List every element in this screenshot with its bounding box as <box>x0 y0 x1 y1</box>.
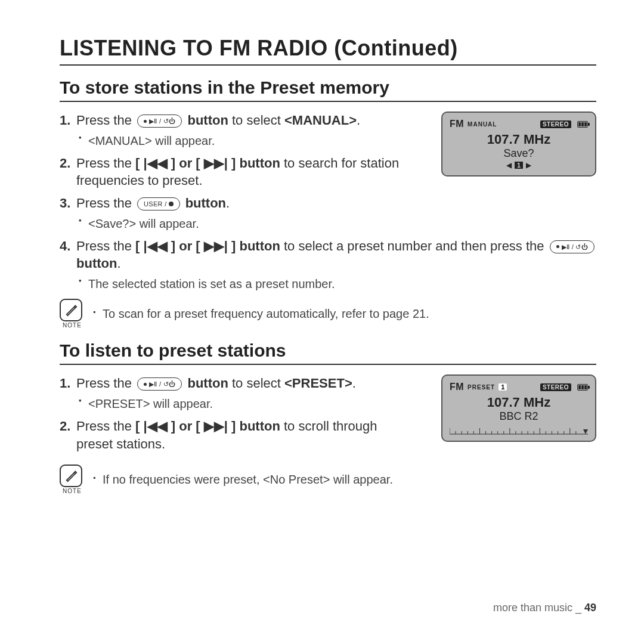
section2-note: If no frequencies were preset, <No Prese… <box>93 473 393 487</box>
page-footer: more than music _ 49 <box>493 602 596 614</box>
step-1: Press the ▶Ⅱ / ↺⏻ button to select <MANU… <box>60 112 416 148</box>
lcd-fm-label: FM <box>450 119 464 129</box>
step2-2: Press the [ |◀◀ ] or [ ▶▶| ] button to s… <box>60 417 416 453</box>
lcd-mode-label: MANUAL <box>467 121 497 128</box>
svg-marker-23 <box>583 429 588 434</box>
lcd-fm-label: FM <box>450 382 464 392</box>
lcd-frequency: 107.7 MHz <box>450 132 588 147</box>
note-icon: NOTE <box>60 465 85 494</box>
lcd-display-manual: FM MANUAL STEREO 107.7 MHz Save? ◀ 1 ▶ <box>441 112 596 177</box>
step-3: Press the USER / button. <Save?> will ap… <box>60 194 416 231</box>
section2-steps: Press the ▶Ⅱ / ↺⏻ button to select <PRES… <box>60 374 416 453</box>
play-pause-power-button-icon: ▶Ⅱ / ↺⏻ <box>550 240 595 253</box>
battery-icon <box>577 384 588 391</box>
play-pause-power-button-icon: ▶Ⅱ / ↺⏻ <box>137 114 182 128</box>
section1-steps: Press the ▶Ⅱ / ↺⏻ button to select <MANU… <box>60 112 416 231</box>
section1-heading: To store stations in the Preset memory <box>60 78 596 102</box>
battery-icon <box>577 121 588 128</box>
section1-note: To scan for a preset frequency automatic… <box>93 307 429 321</box>
step-2: Press the [ |◀◀ ] or [ ▶▶| ] button to s… <box>60 154 416 190</box>
section2-heading: To listen to preset stations <box>60 340 596 365</box>
lcd-display-preset: FM PRESET 1 STEREO 107.7 MHz BBC R2 <box>441 374 596 442</box>
lcd-selector: ◀ 1 ▶ <box>450 161 588 169</box>
step-4-sub: The selected station is set as a preset … <box>79 276 596 292</box>
step2-1-sub: <PRESET> will appear. <box>79 396 416 411</box>
stereo-badge: STEREO <box>540 120 571 128</box>
preset-number-badge: 1 <box>499 383 507 391</box>
step-1-sub: <MANUAL> will appear. <box>79 133 416 148</box>
page-title: LISTENING TO FM RADIO (Continued) <box>60 36 596 66</box>
step-4: Press the [ |◀◀ ] or [ ▶▶| ] button to s… <box>60 237 596 292</box>
stereo-badge: STEREO <box>540 383 571 391</box>
lcd-tuning-ruler <box>450 426 588 435</box>
lcd-station-name: BBC R2 <box>450 410 588 423</box>
step-3-sub: <Save?> will appear. <box>79 216 416 231</box>
play-pause-power-button-icon: ▶Ⅱ / ↺⏻ <box>137 377 182 391</box>
lcd-frequency: 107.7 MHz <box>450 395 588 410</box>
lcd-save-prompt: Save? <box>450 147 588 160</box>
lcd-mode-label: PRESET <box>467 384 495 391</box>
note-icon: NOTE <box>60 299 85 329</box>
user-rec-button-icon: USER / <box>137 197 179 210</box>
step2-1: Press the ▶Ⅱ / ↺⏻ button to select <PRES… <box>60 374 416 411</box>
section1-steps-cont: Press the [ |◀◀ ] or [ ▶▶| ] button to s… <box>60 237 596 292</box>
